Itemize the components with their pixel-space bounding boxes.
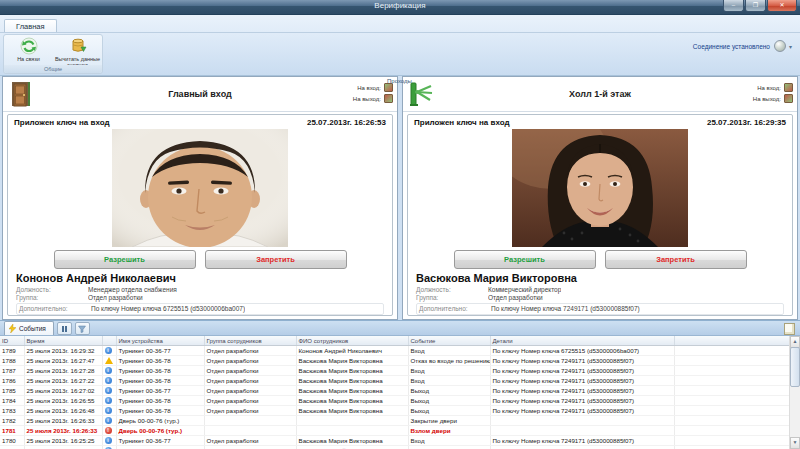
scroll-down-icon[interactable]: ▼ [790,437,800,449]
cell: По ключу Номер ключа 7249171 (d530000885… [490,356,674,366]
tab-main[interactable]: Главная [4,19,57,32]
person-info: Кононов Андрей Николаевич Должность:Мене… [8,269,392,315]
cell: Турникет 00-36-78 [116,406,204,416]
cell: Турникет 00-36-77 [116,386,204,396]
cell: 1782 [0,416,24,426]
table-row[interactable]: 178125 июля 2013г. 16:26:33Дверь 00-00-7… [0,426,790,436]
in-label: На вход: [357,85,381,91]
verification-card: Приложен ключ на вход 25.07.2013г. 16:26… [7,114,393,316]
verification-card: Приложен ключ на вход 25.07.2013г. 16:29… [407,114,793,316]
cell: 25 июля 2013г. 16:25:25 [24,436,102,446]
cell: Отдел разработки [204,436,296,446]
filter-events-button[interactable] [75,322,90,335]
person-name: Васюкова Мария Викторовна [416,272,784,284]
cell: Турникет 00-36-78 [116,366,204,376]
vertical-scrollbar[interactable]: ▲ ▼ [789,336,800,449]
info-icon [105,347,112,354]
pause-events-button[interactable] [57,322,72,335]
chevron-down-icon[interactable]: ▾ [789,43,792,50]
col-group[interactable]: Группа сотрудников [204,336,296,346]
cell: По ключу Номер ключа 7249171 (d530000885… [490,366,674,376]
entry-icon [384,83,393,92]
deny-button[interactable]: Запретить [605,250,747,269]
col-time[interactable]: Время [24,336,102,346]
event-title: Приложен ключ на вход [14,118,110,127]
table-row[interactable]: 178625 июля 2013г. 16:27:22Турникет 00-3… [0,376,790,386]
turnstile-icon [409,81,433,107]
cell: Васюкова Мария Викторовна [296,386,408,396]
panel-title: Главный вход [3,77,397,111]
event-timestamp: 25.07.2013г. 16:29:35 [707,118,786,127]
out-label: На выход: [753,96,781,102]
cell [674,366,790,376]
in-label: На вход: [757,85,781,91]
cell [490,416,674,426]
col-details[interactable]: Детали [490,336,674,346]
cell: 1780 [0,436,24,446]
allow-button[interactable]: Разрешить [54,250,196,269]
cell: 25 июля 2013г. 16:27:02 [24,386,102,396]
cell: Дверь 00-00-76 (тур.) [116,416,204,426]
cell: По ключу Номер ключа 7249171 (d530000885… [490,436,674,446]
table-row[interactable]: 178325 июля 2013г. 16:26:48Турникет 00-3… [0,406,790,416]
col-device[interactable]: Имя устройства [116,336,204,346]
cell: 25 июля 2013г. 16:25:01 [24,446,102,449]
deny-button[interactable]: Запретить [205,250,347,269]
col-id[interactable]: ID [0,336,24,346]
cell: 25 июля 2013г. 16:26:33 [24,426,102,436]
ribbon: Главная На связи [0,15,800,76]
minimize-button[interactable]: – [723,0,744,12]
allow-button[interactable]: Разрешить [454,250,596,269]
table-row[interactable]: 178525 июля 2013г. 16:27:02Турникет 00-3… [0,386,790,396]
table-row[interactable]: 178025 июля 2013г. 16:25:25Турникет 00-3… [0,436,790,446]
tab-events[interactable]: События [4,321,54,335]
table-header-row: ID Время Имя устройства Группа сотрудник… [0,336,790,346]
splitter-label[interactable]: Проходы [387,78,412,84]
event-timestamp: 25.07.2013г. 16:26:53 [307,118,386,127]
io-labels: На вход: На выход: [353,83,393,105]
title-bar: Верификация – ❐ ✕ [0,0,800,15]
table-row[interactable]: 178925 июля 2013г. 16:29:32Турникет 00-3… [0,346,790,356]
cell [674,386,790,396]
cell: Взлом двери [408,426,490,436]
table-row[interactable]: 178425 июля 2013г. 16:26:55Турникет 00-3… [0,396,790,406]
cell: Васюкова Мария Викторовна [296,436,408,446]
connection-status-text: Соединение установлено [693,43,770,50]
events-tbody: 178925 июля 2013г. 16:29:32Турникет 00-3… [0,346,790,449]
read-server-data-button[interactable]: Вычитать данные сервера [55,37,101,68]
app-window: Верификация – ❐ ✕ Главная [0,0,800,449]
cell: По ключу Номер ключа 7249171 (d530000885… [490,396,674,406]
scrollbar-thumb[interactable] [790,347,800,387]
cell [674,356,790,366]
door-icon [9,81,33,107]
cell: По ключу Номер ключа 7249171 (d530000885… [490,406,674,416]
cell: Отдел разработки [204,356,296,366]
tab-events-label: События [19,325,46,332]
table-row[interactable]: 178225 июля 2013г. 16:26:33Дверь 00-00-7… [0,416,790,426]
refresh-icon [20,37,38,55]
panel-main-entrance: Главный вход На вход: На выход: Приложен… [2,76,398,320]
info-icon [105,397,112,404]
cell: Отдел разработки [204,346,296,356]
col-icon[interactable] [102,336,116,346]
info-icon [105,417,112,424]
cell: Отдел разработки [204,396,296,406]
cell: Турникет 00-36-77 [116,346,204,356]
maximize-button[interactable]: ❐ [745,0,766,12]
cell [674,416,790,426]
col-name[interactable]: ФИО сотрудников [296,336,408,346]
col-event[interactable]: Событие [408,336,490,346]
col-empty [674,336,790,346]
panel-header: Холл 1-й этаж На вход: На выход: [403,77,797,112]
table-row[interactable]: 178825 июля 2013г. 16:27:47Турникет 00-3… [0,356,790,366]
cell [674,426,790,436]
connect-button[interactable]: На связи [6,37,52,68]
cell: Кононов Андрей Николаевич [296,446,408,449]
table-row[interactable]: 177925 июля 2013г. 16:25:01Дверь 00-00-7… [0,446,790,449]
report-icon[interactable] [784,323,795,335]
table-row[interactable]: 178725 июля 2013г. 16:27:28Турникет 00-3… [0,366,790,376]
person-photo [112,129,288,247]
cell: Отдел разработки [204,366,296,376]
close-button[interactable]: ✕ [767,0,797,12]
cell: Дверь 00-00-76 (тур.) [116,426,204,436]
